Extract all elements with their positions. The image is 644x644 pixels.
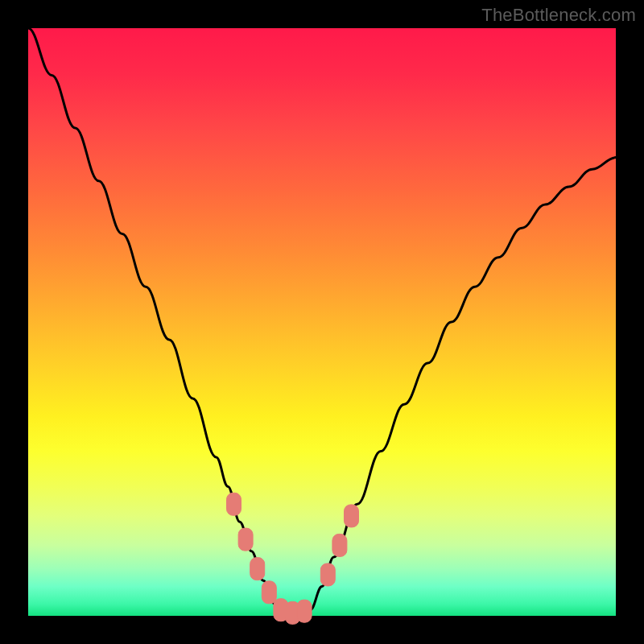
chart-svg-layer bbox=[0, 0, 644, 644]
data-marker bbox=[320, 564, 335, 586]
chart-canvas: TheBottleneck.com bbox=[0, 0, 644, 644]
data-marker bbox=[227, 493, 242, 515]
data-marker bbox=[297, 600, 312, 622]
data-marker bbox=[332, 534, 347, 556]
data-marker bbox=[238, 528, 253, 551]
data-marker bbox=[262, 581, 276, 604]
data-marker bbox=[345, 505, 359, 527]
curve-line bbox=[28, 28, 616, 615]
data-marker bbox=[250, 558, 265, 580]
